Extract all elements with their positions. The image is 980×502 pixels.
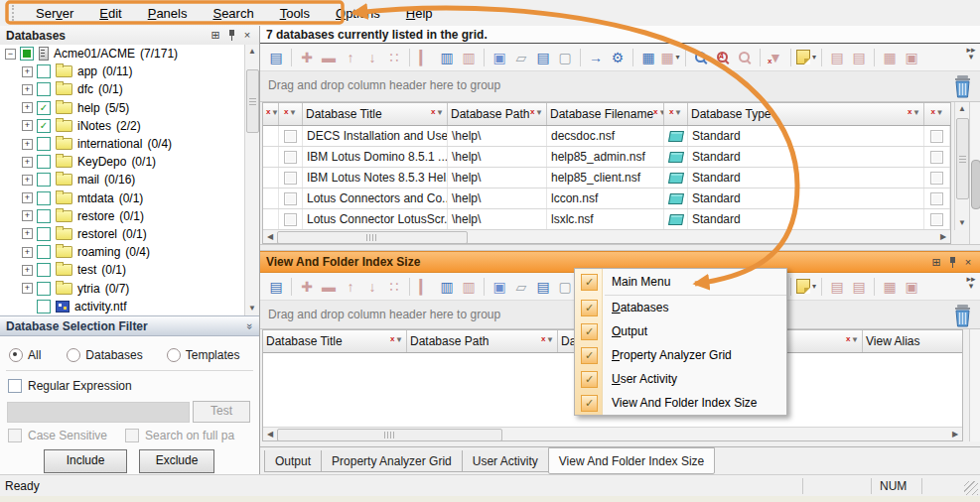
grid-properties-icon[interactable]: ▦ [638, 48, 658, 67]
page-setup-icon[interactable]: ▣ [902, 48, 921, 67]
copy-with-headers-icon[interactable]: ▤ [533, 48, 553, 67]
checkmark-icon[interactable]: ✓ [581, 323, 598, 340]
exclude-button[interactable]: Exclude [139, 449, 214, 473]
close-panel-icon[interactable]: × [239, 29, 255, 43]
add-to-grid-icon[interactable]: ✚ [297, 277, 317, 297]
tab-output[interactable]: Output [264, 450, 322, 472]
expand-row-height-icon[interactable]: ▤ [827, 277, 847, 297]
expander-icon[interactable]: − [5, 49, 16, 60]
filter-column-header[interactable] [263, 103, 279, 125]
tree-item-inotes[interactable]: +✓iNotes(2/2) [0, 117, 259, 135]
float-panel-icon[interactable]: ⊞ [928, 255, 944, 269]
filter-icon[interactable] [431, 109, 444, 119]
database-row[interactable]: IBM Lotus Domino 8.5.1 ...\help\help85_a… [263, 147, 950, 168]
expander-icon[interactable]: + [22, 247, 33, 258]
filter-icon[interactable] [908, 109, 920, 119]
checkmark-icon[interactable]: ✓ [581, 395, 598, 412]
tree-item-dfc[interactable]: +dfc(0/1) [0, 80, 259, 98]
tab-view-and-folder-index-size[interactable]: View And Folder Index Size [548, 447, 716, 474]
menu-panels[interactable]: Panels [135, 3, 201, 24]
checkmark-icon[interactable]: ✓ [581, 300, 598, 316]
send-to-grid-icon[interactable]: ↑ [341, 277, 360, 297]
tree-scrollbar[interactable]: ▲ ▼ [244, 45, 259, 315]
trash-icon[interactable] [953, 304, 972, 330]
select-cells-icon[interactable]: ▣ [490, 277, 509, 297]
radio-all[interactable] [9, 348, 23, 362]
column-database-path[interactable]: Database Path [407, 330, 558, 352]
pin-panel-icon[interactable] [944, 255, 960, 269]
tree-checkbox[interactable] [37, 191, 51, 205]
expand-row-height-icon[interactable]: ▤ [827, 48, 847, 67]
top-group-by-bar[interactable]: Drag and drop column header here to grou… [260, 71, 980, 102]
regular-expression-checkbox[interactable] [8, 379, 22, 393]
trash-icon[interactable] [953, 74, 972, 101]
database-row[interactable]: Lotus Connectors and Co...\help\lccon.ns… [263, 188, 950, 209]
menu-tools[interactable]: Tools [267, 3, 323, 24]
filter-funnel-icon[interactable]: ▼x [766, 48, 785, 67]
menu-item-user-activity[interactable]: ✓ User Activity [575, 367, 786, 391]
get-from-grid-icon[interactable]: ↓ [362, 48, 382, 67]
page-setup-icon[interactable]: ▣ [902, 277, 921, 297]
expander-icon[interactable]: + [22, 84, 33, 95]
menu-item-main-menu[interactable]: ✓ Main Menu [575, 269, 786, 295]
radio-databases[interactable] [67, 348, 80, 362]
pane-splitter[interactable] [260, 244, 980, 251]
row-checkbox[interactable] [284, 172, 297, 185]
row-checkbox[interactable] [930, 213, 943, 226]
add-note-icon[interactable]: ▾ [796, 277, 816, 297]
top-grid-hscrollbar[interactable]: ◀ ▶ [263, 229, 950, 243]
add-note-icon[interactable]: ▾ [796, 48, 816, 67]
checkbox-column-header[interactable] [279, 103, 303, 125]
row-checkbox[interactable] [930, 151, 943, 164]
grid-database-icon[interactable]: ▤ [266, 48, 286, 67]
get-from-grid-icon[interactable]: ↓ [362, 277, 382, 297]
menu-help[interactable]: Help [393, 3, 446, 24]
expander-icon[interactable]: + [22, 139, 33, 150]
tree-checkbox[interactable] [37, 82, 51, 96]
bottom-grid-hscrollbar[interactable]: ◀ ▶ [263, 427, 962, 440]
remove-from-grid-icon[interactable]: ▬ [319, 48, 339, 67]
tree-item-ytria[interactable]: +ytria(0/7) [0, 279, 259, 297]
expander-icon[interactable]: + [22, 157, 33, 168]
filter-column-header[interactable] [924, 103, 950, 125]
zoom-reset-icon[interactable] [735, 48, 755, 67]
hide-column-icon[interactable]: ▥ [459, 277, 479, 297]
tree-checkbox[interactable]: ✓ [37, 119, 51, 133]
column-database-title[interactable]: Database Title [303, 103, 448, 125]
copy-special-icon[interactable]: ▢ [555, 48, 575, 67]
expander-icon[interactable]: + [22, 283, 33, 294]
filter-icon[interactable] [541, 336, 554, 346]
freeze-column-icon[interactable]: ▎ [415, 48, 435, 67]
tree-checkbox[interactable] [37, 245, 51, 259]
resize-grip[interactable] [964, 481, 978, 495]
scroll-right-icon[interactable]: ▶ [936, 230, 950, 243]
shrink-row-height-icon[interactable]: ▤ [849, 48, 869, 67]
database-row[interactable]: DECS Installation and Use...\help\decsdo… [263, 126, 950, 147]
row-checkbox[interactable] [930, 130, 943, 143]
tree-item-help[interactable]: +✓help(5/5) [0, 99, 259, 117]
menu-options[interactable]: Options [323, 3, 393, 24]
column-chooser-icon[interactable]: ▥ [437, 48, 457, 67]
test-button[interactable]: Test [193, 401, 250, 423]
tree-item-mtdata[interactable]: +mtdata(0/1) [0, 189, 259, 207]
menu-item-view-and-folder-index-size[interactable]: ✓ View And Folder Index Size [575, 391, 786, 415]
row-checkbox[interactable] [284, 192, 297, 205]
tree-item-mail[interactable]: +mail(0/16) [0, 171, 259, 188]
menu-item-property-analyzer-grid[interactable]: ✓ Property Analyzer Grid [575, 343, 786, 367]
tree-checkbox[interactable] [37, 282, 51, 296]
expander-icon[interactable]: + [22, 210, 33, 221]
database-row[interactable]: Lotus Connector LotusScr...\help\lsxlc.n… [263, 209, 950, 230]
filter-icon[interactable] [266, 109, 279, 119]
zoom-selection-icon[interactable] [691, 48, 711, 67]
tree-item-keydepo[interactable]: +KeyDepo(0/1) [0, 153, 259, 171]
remove-from-grid-icon[interactable]: ▬ [319, 277, 339, 297]
row-checkbox[interactable] [930, 172, 943, 185]
tab-user-activity[interactable]: User Activity [462, 450, 549, 472]
icon-column-header[interactable] [664, 103, 688, 125]
zoom-text-icon[interactable]: A [713, 48, 733, 67]
outer-scrollbar[interactable] [969, 329, 980, 441]
expander-icon[interactable]: + [22, 228, 33, 239]
hscroll-thumb[interactable] [277, 231, 468, 244]
copy-special-icon[interactable]: ▢ [555, 277, 575, 297]
expander-icon[interactable]: + [22, 192, 33, 203]
